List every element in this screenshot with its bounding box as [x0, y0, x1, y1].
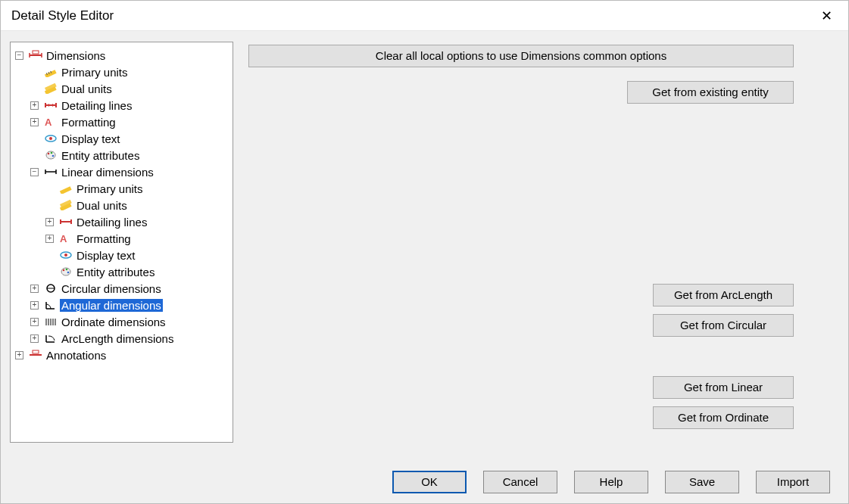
tree-item-formatting[interactable]: + A Formatting [30, 114, 233, 130]
svg-point-15 [51, 152, 53, 154]
tree-item-linear-detailing-lines[interactable]: + Detailing lines [45, 213, 233, 230]
collapse-icon[interactable]: − [15, 51, 23, 60]
get-from-circular-button[interactable]: Get from Circular [653, 314, 794, 337]
right-pane: Clear all local options to use Dimension… [248, 42, 832, 452]
tree-label: Entity attributes [75, 266, 156, 278]
svg-marker-9 [47, 104, 49, 107]
tree-item-dimensions[interactable]: − Dimensions [15, 47, 233, 64]
tree-label: Primary units [60, 66, 130, 79]
tree-label: Display text [60, 132, 122, 145]
expand-icon[interactable]: + [30, 118, 39, 126]
expand-icon[interactable]: + [30, 318, 39, 326]
dialog-window: Detail Style Editor ✕ − Dimensions [0, 0, 849, 504]
tree-item-linear-primary-units[interactable]: Primary units [45, 180, 233, 197]
tree-label: Formatting [75, 232, 133, 245]
expand-icon[interactable]: + [30, 301, 39, 310]
tree-item-detailing-lines[interactable]: + Detailing lines [30, 97, 233, 114]
svg-point-24 [64, 254, 67, 257]
get-from-linear-button[interactable]: Get from Linear [653, 376, 794, 399]
tree-item-linear-entity-attributes[interactable]: Entity attributes [45, 263, 233, 280]
clear-local-options-button[interactable]: Clear all local options to use Dimension… [248, 45, 794, 67]
tree-label: Primary units [75, 182, 145, 195]
display-text-icon [59, 249, 73, 261]
tree-label: Detailing lines [60, 99, 133, 112]
tree-label: Linear dimensions [60, 166, 155, 179]
annotations-icon [29, 349, 42, 361]
tree-item-angular-dimensions[interactable]: + Angular dimensions [30, 297, 233, 313]
expand-icon[interactable]: + [15, 351, 23, 359]
tree-item-primary-units[interactable]: Primary units [30, 64, 233, 80]
tree-label: Dimensions [45, 49, 107, 62]
ruler-icon [59, 182, 73, 194]
expand-icon[interactable]: + [30, 334, 39, 343]
window-title: Detail Style Editor [11, 8, 114, 23]
tree-panel: − Dimensions Primary units [10, 42, 233, 443]
svg-rect-36 [33, 350, 39, 353]
tree-item-dual-units[interactable]: Dual units [30, 80, 233, 97]
tree-label: ArcLength dimensions [60, 332, 175, 345]
detailing-lines-icon [44, 99, 58, 111]
dialog-body: − Dimensions Primary units [1, 31, 848, 461]
svg-text:A: A [60, 233, 67, 244]
ruler-icon [44, 82, 58, 95]
svg-rect-1 [33, 51, 39, 54]
tree-label: Formatting [60, 116, 117, 129]
svg-rect-0 [30, 54, 42, 56]
tree-item-ordinate-dimensions[interactable]: + Ordinate dimensions [30, 313, 233, 330]
formatting-icon: A [44, 116, 58, 128]
tree-label-selected: Angular dimensions [60, 299, 163, 312]
expand-icon[interactable]: + [45, 235, 54, 243]
collapse-icon[interactable]: − [30, 168, 39, 176]
svg-point-14 [48, 153, 50, 155]
svg-rect-18 [60, 186, 72, 194]
tree-label: Ordinate dimensions [60, 316, 167, 328]
formatting-icon: A [59, 232, 73, 244]
ok-button[interactable]: OK [392, 471, 467, 493]
nav-tree: − Dimensions Primary units [14, 47, 233, 363]
tree-label: Dual units [60, 82, 114, 95]
expand-icon[interactable]: + [45, 218, 54, 226]
save-button[interactable]: Save [665, 471, 739, 493]
linear-dim-icon [44, 166, 58, 178]
svg-marker-10 [52, 104, 55, 107]
display-text-icon [44, 132, 58, 145]
get-from-ordinate-button[interactable]: Get from Ordinate [653, 406, 794, 429]
svg-point-25 [63, 269, 65, 272]
get-from-arclength-button[interactable]: Get from ArcLength [653, 284, 794, 306]
tree-item-circular-dimensions[interactable]: + Circular dimensions [30, 280, 233, 297]
tree-label: Detailing lines [75, 216, 148, 229]
arclength-dim-icon [44, 332, 58, 344]
tree-label: Display text [75, 249, 137, 262]
ordinate-dim-icon [44, 316, 58, 328]
tree-label: Annotations [45, 349, 108, 362]
circular-dim-icon [44, 282, 58, 294]
tree-item-display-text[interactable]: Display text [30, 130, 233, 147]
dialog-footer: OK Cancel Help Save Import [1, 461, 848, 503]
close-icon[interactable]: ✕ [815, 8, 838, 24]
help-button[interactable]: Help [574, 471, 648, 493]
tree-item-linear-display-text[interactable]: Display text [45, 247, 233, 263]
svg-point-26 [66, 269, 68, 271]
tree-item-linear-formatting[interactable]: + A Formatting [45, 230, 233, 247]
tree-item-linear-dimensions[interactable]: − Linear dimensions [30, 163, 233, 180]
tree-item-linear-dual-units[interactable]: Dual units [45, 197, 233, 213]
tree-item-arclength-dimensions[interactable]: + ArcLength dimensions [30, 330, 233, 347]
tree-label: Entity attributes [60, 149, 141, 162]
expand-icon[interactable]: + [30, 285, 39, 293]
import-button[interactable]: Import [756, 471, 830, 493]
ruler-icon [59, 199, 73, 211]
tree-label: Dual units [75, 199, 129, 212]
palette-icon [44, 149, 58, 161]
svg-point-13 [49, 137, 52, 140]
cancel-button[interactable]: Cancel [483, 471, 557, 493]
tree-item-entity-attributes[interactable]: Entity attributes [30, 147, 233, 163]
detailing-lines-icon [59, 216, 73, 228]
get-from-existing-button[interactable]: Get from existing entity [627, 81, 794, 104]
ruler-icon [44, 66, 58, 78]
svg-text:A: A [45, 117, 52, 127]
svg-point-27 [67, 272, 70, 274]
tree-item-annotations[interactable]: + Annotations [15, 347, 233, 363]
expand-icon[interactable]: + [30, 101, 39, 110]
svg-rect-35 [30, 354, 42, 356]
palette-icon [59, 266, 73, 278]
